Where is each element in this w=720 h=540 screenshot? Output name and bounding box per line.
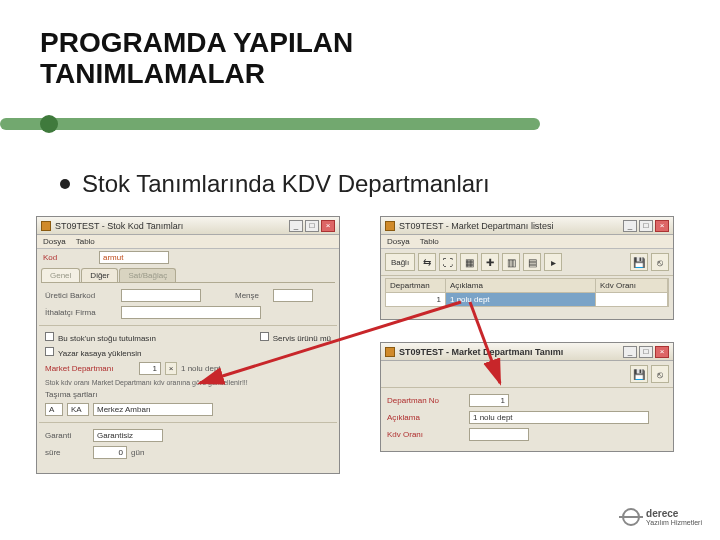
window-stok-kod: ST09TEST - Stok Kod Tanımları _ □ × Dosy… xyxy=(36,216,340,474)
cell-kdv xyxy=(596,293,668,306)
cell-a[interactable]: A xyxy=(45,403,63,416)
bullet-row: Stok Tanımlarında KDV Departmanları xyxy=(60,170,490,198)
app-icon xyxy=(41,221,51,231)
label-sure: süre xyxy=(45,448,89,457)
title-line2: TANIMLAMALAR xyxy=(40,58,265,89)
kdv-input[interactable] xyxy=(469,428,529,441)
toolbar-btn-3[interactable]: ▦ xyxy=(460,253,478,271)
tab-bar: Genel Diğer Sat/Bağlaç xyxy=(41,268,335,283)
window-title: ST09TEST - Stok Kod Tanımları xyxy=(55,221,285,231)
checkbox2[interactable]: Servis ürünü mü xyxy=(260,332,331,343)
logo-name: derece xyxy=(646,508,702,519)
label-ithalatci: İthalatçı Firma xyxy=(45,308,117,317)
window-dep-list: ST09TEST - Market Departmanı listesi _ □… xyxy=(380,216,674,320)
checkbox3[interactable]: Yazar kasaya yüklensin xyxy=(45,347,141,358)
slide-title: PROGRAMDA YAPILAN TANIMLAMALAR xyxy=(40,28,353,90)
tab-diger[interactable]: Diğer xyxy=(81,268,118,282)
exit-icon[interactable]: ⎋ xyxy=(651,253,669,271)
menubar: Dosya Tablo xyxy=(381,235,673,249)
menu-dosya[interactable]: Dosya xyxy=(387,237,410,246)
maximize-button[interactable]: □ xyxy=(639,220,653,232)
label-kdv: Kdv Oranı xyxy=(387,430,465,439)
brand-logo: derece Yazılım Hizmetleri xyxy=(620,506,702,528)
kod-input[interactable]: armut xyxy=(99,251,169,264)
label-depno: Departman No xyxy=(387,396,465,405)
window-title: ST09TEST - Market Departmanı listesi xyxy=(399,221,619,231)
label-kod: Kod xyxy=(43,253,95,262)
label-garanti: Garanti xyxy=(45,431,89,440)
cell-dep: 1 xyxy=(386,293,446,306)
label-aciklama: Açıklama xyxy=(387,413,465,422)
bullet-dot xyxy=(60,179,70,189)
minimize-button[interactable]: _ xyxy=(623,346,637,358)
mense-input[interactable] xyxy=(273,289,313,302)
maximize-button[interactable]: □ xyxy=(639,346,653,358)
exit-icon[interactable]: ⎋ xyxy=(651,365,669,383)
label-market-dep: Market Departmanı xyxy=(45,364,135,373)
close-button[interactable]: × xyxy=(321,220,335,232)
window-title: ST09TEST - Market Departmanı Tanımı xyxy=(399,347,619,357)
ithalatci-input[interactable] xyxy=(121,306,261,319)
cell-merkez[interactable]: Merkez Ambarı xyxy=(93,403,213,416)
maximize-button[interactable]: □ xyxy=(305,220,319,232)
menubar: Dosya Tablo xyxy=(37,235,339,249)
sure-input[interactable]: 0 xyxy=(93,446,127,459)
depno-input[interactable]: 1 xyxy=(469,394,509,407)
logo-mark-icon xyxy=(620,506,642,528)
toolbar-btn-7[interactable]: ▸ xyxy=(544,253,562,271)
minimize-button[interactable]: _ xyxy=(289,220,303,232)
title-line1: PROGRAMDA YAPILAN xyxy=(40,27,353,58)
col-kdv: Kdv Oranı xyxy=(596,279,668,292)
titlebar[interactable]: ST09TEST - Stok Kod Tanımları _ □ × xyxy=(37,217,339,235)
accent-bar xyxy=(0,118,540,130)
cell-ka[interactable]: KA xyxy=(67,403,89,416)
app-icon xyxy=(385,347,395,357)
sure-unit: gün xyxy=(131,448,144,457)
table-header: Departman Açıklama Kdv Oranı xyxy=(385,278,669,293)
label-mense: Menşe xyxy=(235,291,269,300)
minimize-button[interactable]: _ xyxy=(623,220,637,232)
aciklama-input[interactable]: 1 nolu dept xyxy=(469,411,649,424)
toolbar-btn-1[interactable]: ⇆ xyxy=(418,253,436,271)
menu-tablo[interactable]: Tablo xyxy=(420,237,439,246)
titlebar[interactable]: ST09TEST - Market Departmanı Tanımı _ □ … xyxy=(381,343,673,361)
accent-dot xyxy=(40,115,58,133)
toolbar: Bağlı ⇆ ⛶ ▦ ✚ ▥ ▤ ▸ 💾 ⎋ xyxy=(381,249,673,276)
app-icon xyxy=(385,221,395,231)
tab-satbaglac[interactable]: Sat/Bağlaç xyxy=(119,268,176,282)
close-button[interactable]: × xyxy=(655,346,669,358)
toolbar-btn-6[interactable]: ▤ xyxy=(523,253,541,271)
bullet-text: Stok Tanımlarında KDV Departmanları xyxy=(82,170,490,198)
toolbar-btn-2[interactable]: ⛶ xyxy=(439,253,457,271)
uretici-input[interactable] xyxy=(121,289,201,302)
cell-desc: 1 nolu dept xyxy=(446,293,596,306)
logo-sub: Yazılım Hizmetleri xyxy=(646,519,702,526)
menu-tablo[interactable]: Tablo xyxy=(76,237,95,246)
toolbar-big-button[interactable]: Bağlı xyxy=(385,253,415,271)
toolbar: 💾 ⎋ xyxy=(381,361,673,388)
titlebar[interactable]: ST09TEST - Market Departmanı listesi _ □… xyxy=(381,217,673,235)
tab-genel[interactable]: Genel xyxy=(41,268,80,282)
table-row[interactable]: 1 1 nolu dept xyxy=(385,293,669,307)
label-tasyoma: Taşıma şartları xyxy=(45,390,117,399)
label-uretici: Üretici Barkod xyxy=(45,291,117,300)
toolbar-btn-5[interactable]: ▥ xyxy=(502,253,520,271)
garanti-input[interactable]: Garantisiz xyxy=(93,429,163,442)
checkbox1[interactable]: Bu stok'un stoğu tutulmasın xyxy=(45,332,156,343)
save-icon[interactable]: 💾 xyxy=(630,365,648,383)
dep-close-icon[interactable]: × xyxy=(165,362,177,375)
note-text: Stok kdv oranı Market Departmanı kdv ora… xyxy=(45,379,248,386)
menu-dosya[interactable]: Dosya xyxy=(43,237,66,246)
window-dep-def: ST09TEST - Market Departmanı Tanımı _ □ … xyxy=(380,342,674,452)
dep-text: 1 nolu dept xyxy=(181,364,221,373)
toolbar-btn-4[interactable]: ✚ xyxy=(481,253,499,271)
save-icon[interactable]: 💾 xyxy=(630,253,648,271)
col-aciklama: Açıklama xyxy=(446,279,596,292)
dep-no-input[interactable]: 1 xyxy=(139,362,161,375)
col-departman: Departman xyxy=(386,279,446,292)
close-button[interactable]: × xyxy=(655,220,669,232)
